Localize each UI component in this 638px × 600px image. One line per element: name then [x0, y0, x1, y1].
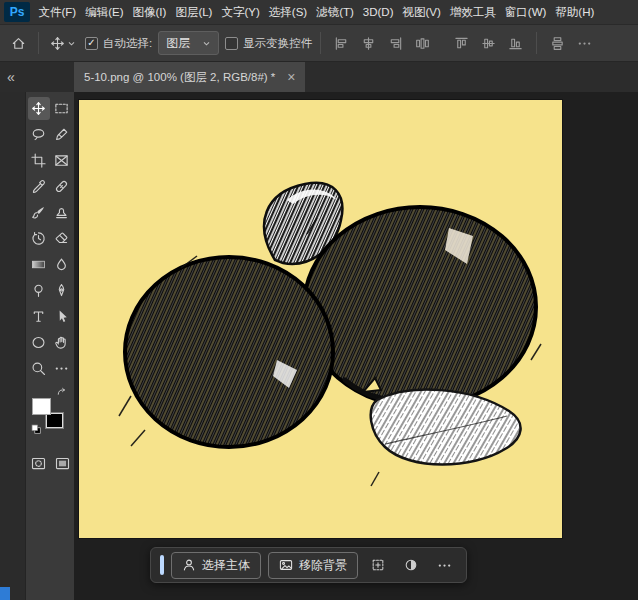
- align-group-1: [329, 31, 435, 55]
- menu-item[interactable]: 文件(F): [34, 0, 81, 24]
- more-options-button[interactable]: [431, 552, 457, 578]
- tab-bar: « 5-10.png @ 100% (图层 2, RGB/8#) * ×: [0, 62, 638, 92]
- home-icon: [11, 36, 26, 51]
- home-button[interactable]: [6, 31, 30, 55]
- tool-type[interactable]: [28, 305, 50, 328]
- tool-path-selection[interactable]: [51, 305, 73, 328]
- status-accent: [0, 587, 10, 600]
- swap-colors-icon[interactable]: [56, 386, 68, 398]
- auto-select-label: 自动选择:: [103, 36, 152, 51]
- menu-item[interactable]: 3D(D): [358, 0, 398, 24]
- default-colors-icon[interactable]: [31, 424, 42, 435]
- tool-brush[interactable]: [28, 201, 50, 224]
- target-layer-dropdown[interactable]: 图层: [158, 31, 219, 55]
- tools-panel: [26, 92, 74, 600]
- tool-healing-brush[interactable]: [51, 175, 73, 198]
- align-group-3: [545, 31, 597, 55]
- options-bar: ✓ 自动选择: 图层 显示变换控件: [0, 24, 638, 62]
- align-vertical-centers-icon[interactable]: [476, 31, 501, 55]
- tool-crop[interactable]: [28, 149, 50, 172]
- collapse-panels-button[interactable]: «: [7, 69, 15, 85]
- select-subject-button[interactable]: 选择主体: [171, 552, 261, 579]
- tool-grid: [28, 97, 73, 380]
- tool-frame[interactable]: [51, 149, 73, 172]
- auto-select-checkbox[interactable]: ✓: [85, 37, 98, 50]
- tool-gradient[interactable]: [28, 253, 50, 276]
- separator: [38, 32, 39, 54]
- document-title: 5-10.png @ 100% (图层 2, RGB/8#) *: [84, 70, 275, 85]
- menu-item[interactable]: 文字(Y): [217, 0, 264, 24]
- document-tab[interactable]: 5-10.png @ 100% (图层 2, RGB/8#) * ×: [74, 62, 305, 92]
- menu-item[interactable]: 帮助(H): [551, 0, 599, 24]
- left-fruit: [125, 257, 333, 447]
- foreground-color-swatch[interactable]: [32, 398, 51, 415]
- adjustments-button[interactable]: [398, 552, 424, 578]
- tab-gutter: «: [0, 62, 74, 92]
- dropdown-value: 图层: [166, 35, 190, 52]
- close-tab-button[interactable]: ×: [287, 70, 295, 84]
- tool-eyedropper[interactable]: [28, 175, 50, 198]
- tool-rectangular-marquee[interactable]: [51, 97, 73, 120]
- show-transform-toggle[interactable]: 显示变换控件: [225, 36, 312, 51]
- select-subject-label: 选择主体: [202, 557, 250, 574]
- remove-background-button[interactable]: 移除背景: [268, 552, 358, 579]
- quick-mask-button[interactable]: [27, 452, 49, 475]
- tool-ellipse-shape[interactable]: [28, 331, 50, 354]
- transform-image-button[interactable]: [365, 552, 391, 578]
- tool-hand[interactable]: [51, 331, 73, 354]
- screen-mode-button[interactable]: [51, 452, 73, 475]
- task-bar-handle[interactable]: [160, 555, 164, 575]
- photoshop-logo: Ps: [4, 2, 30, 22]
- chevron-down-icon: [202, 39, 211, 48]
- tool-move[interactable]: [28, 97, 50, 120]
- menu-item[interactable]: 视图(V): [398, 0, 445, 24]
- chevron-down-icon: [67, 39, 76, 48]
- menu-item[interactable]: 图像(I): [128, 0, 171, 24]
- auto-select-toggle[interactable]: ✓ 自动选择:: [85, 36, 152, 51]
- tool-dodge[interactable]: [28, 279, 50, 302]
- align-horizontal-centers-icon[interactable]: [356, 31, 381, 55]
- tool-history-brush[interactable]: [28, 227, 50, 250]
- align-bottom-edges-icon[interactable]: [503, 31, 528, 55]
- tool-clone-stamp[interactable]: [51, 201, 73, 224]
- tool-object-selection[interactable]: [51, 123, 73, 146]
- menu-item[interactable]: 窗口(W): [500, 0, 551, 24]
- tool-pen[interactable]: [51, 279, 73, 302]
- align-group-2: [449, 31, 528, 55]
- menu-item[interactable]: 选择(S): [264, 0, 311, 24]
- align-left-edges-icon[interactable]: [329, 31, 354, 55]
- show-transform-checkbox[interactable]: [225, 37, 238, 50]
- tool-blur[interactable]: [51, 253, 73, 276]
- contextual-task-bar: 选择主体 移除背景: [150, 547, 467, 583]
- tool-edit-toolbar[interactable]: [51, 357, 73, 380]
- align-right-edges-icon[interactable]: [383, 31, 408, 55]
- tool-lasso[interactable]: [28, 123, 50, 146]
- distribute-horizontal-centers-icon[interactable]: [410, 31, 435, 55]
- menu-item[interactable]: 滤镜(T): [312, 0, 359, 24]
- menu-bar: Ps 文件(F)编辑(E)图像(I)图层(L)文字(Y)选择(S)滤镜(T)3D…: [0, 0, 638, 24]
- image-icon: [279, 558, 293, 572]
- photoshop-window: Ps 文件(F)编辑(E)图像(I)图层(L)文字(Y)选择(S)滤镜(T)3D…: [0, 0, 638, 600]
- separator: [536, 32, 537, 54]
- right-fruit: [304, 207, 536, 407]
- menu-item[interactable]: 图层(L): [171, 0, 217, 24]
- left-dock-gutter: [0, 92, 26, 600]
- show-transform-label: 显示变换控件: [243, 36, 312, 51]
- menu-item[interactable]: 编辑(E): [81, 0, 128, 24]
- align-top-edges-icon[interactable]: [449, 31, 474, 55]
- toolbar-bottom: [27, 452, 73, 475]
- main-area: 选择主体 移除背景: [0, 92, 638, 600]
- canvas-area[interactable]: 选择主体 移除背景: [74, 92, 638, 600]
- align-more-icon[interactable]: [572, 31, 597, 55]
- menu-items: 文件(F)编辑(E)图像(I)图层(L)文字(Y)选择(S)滤镜(T)3D(D)…: [34, 0, 599, 24]
- tool-zoom[interactable]: [28, 357, 50, 380]
- color-swatches: [31, 388, 69, 436]
- distribute-vertical-centers-icon[interactable]: [545, 31, 570, 55]
- check-icon: ✓: [87, 38, 95, 48]
- document-image[interactable]: [79, 100, 562, 538]
- tool-eraser[interactable]: [51, 227, 73, 250]
- current-tool-selector[interactable]: [47, 34, 79, 53]
- move-tool-icon: [50, 36, 65, 51]
- remove-background-label: 移除背景: [299, 557, 347, 574]
- menu-item[interactable]: 增效工具: [445, 0, 500, 24]
